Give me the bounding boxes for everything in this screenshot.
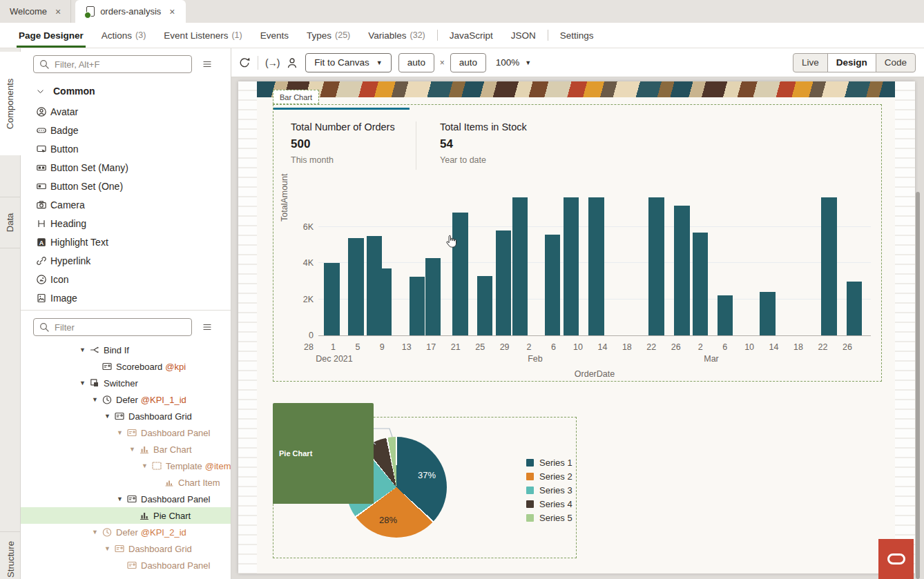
bar bbox=[760, 292, 776, 335]
close-icon[interactable]: × bbox=[55, 6, 61, 17]
tree-item-bind-if[interactable]: ▼Bind If bbox=[21, 342, 231, 358]
tree-item-bar-chart[interactable]: ▼Bar Chart bbox=[21, 441, 231, 458]
x-tick-label: 22 bbox=[641, 342, 662, 352]
tree-item-switcher[interactable]: ▼Switcher bbox=[21, 375, 231, 391]
structure-menu-icon[interactable] bbox=[202, 322, 213, 333]
live-flow-icon[interactable]: (→) bbox=[265, 57, 279, 68]
bar bbox=[648, 197, 664, 335]
nav-tab-json[interactable]: JSON bbox=[502, 23, 545, 48]
tab-welcome[interactable]: Welcome × bbox=[0, 0, 71, 23]
component-item-image[interactable]: Image bbox=[21, 288, 231, 307]
nav-tab-page-designer[interactable]: Page Designer bbox=[10, 23, 93, 48]
tree-item-template[interactable]: ▼Template@item bbox=[21, 458, 231, 474]
design-canvas[interactable]: Bar Chart Total Number of Orders 500 Thi… bbox=[231, 77, 924, 579]
tree-item-dashboard-grid[interactable]: ▼Dashboard Grid bbox=[21, 408, 231, 424]
rail-tab-data[interactable]: Data bbox=[0, 197, 21, 248]
chart-icon bbox=[139, 510, 150, 521]
bar-chart-selection-tag[interactable]: Bar Chart bbox=[273, 90, 319, 104]
component-item-highlight-text[interactable]: AHighlight Text bbox=[21, 233, 231, 251]
expand-arrow-icon[interactable]: ▼ bbox=[104, 545, 114, 552]
refresh-icon[interactable] bbox=[238, 57, 251, 69]
kpi-scoreboard[interactable]: Total Number of Orders 500 This month To… bbox=[291, 121, 541, 170]
mode-button-design[interactable]: Design bbox=[827, 53, 876, 72]
bar-chart-component[interactable]: Total Number of Orders 500 This month To… bbox=[273, 104, 882, 382]
rail-tab-structure[interactable]: Structure bbox=[0, 531, 21, 579]
oracle-assistant-button[interactable] bbox=[878, 539, 914, 579]
kpi-total-orders[interactable]: Total Number of Orders 500 This month bbox=[291, 121, 416, 170]
tree-item-pie-chart[interactable]: Pie Chart bbox=[21, 507, 231, 524]
user-icon[interactable] bbox=[286, 57, 298, 69]
defer-icon bbox=[102, 394, 113, 405]
structure-filter-input[interactable] bbox=[53, 320, 189, 335]
expand-arrow-icon[interactable]: ▼ bbox=[129, 446, 139, 453]
canvas-scrollbar-thumb[interactable] bbox=[916, 192, 920, 579]
tree-item-chart-item[interactable]: Chart Item bbox=[21, 474, 231, 491]
bar bbox=[588, 197, 604, 335]
nav-tab-events[interactable]: Events bbox=[251, 23, 298, 48]
mode-button-code[interactable]: Code bbox=[876, 53, 916, 72]
component-item-badge[interactable]: Badge bbox=[21, 121, 231, 139]
expand-arrow-icon[interactable]: ▼ bbox=[92, 529, 102, 536]
page-header-image[interactable] bbox=[257, 81, 895, 97]
pie-chart-selection-tag[interactable]: Pie Chart bbox=[273, 403, 374, 504]
tree-item-dashboard-grid[interactable]: ▼Dashboard Grid bbox=[21, 540, 231, 557]
tree-item-dashboard-panel[interactable]: ▼Dashboard Panel bbox=[21, 424, 231, 441]
canvas-height-input[interactable] bbox=[450, 53, 486, 72]
kpi-value: 54 bbox=[440, 137, 541, 151]
nav-tab-javascript[interactable]: JavaScript bbox=[441, 23, 502, 48]
caret-down-icon: ▼ bbox=[525, 59, 531, 66]
tab-orders-analysis[interactable]: orders-analysis × bbox=[75, 0, 186, 23]
components-menu-icon[interactable] bbox=[202, 59, 213, 70]
tree-item-defer[interactable]: ▼Defer@KPI_2_id bbox=[21, 524, 231, 540]
nav-tab-types[interactable]: Types(25) bbox=[298, 23, 359, 48]
bar bbox=[477, 276, 492, 335]
close-icon[interactable]: × bbox=[169, 6, 175, 17]
component-item-heading[interactable]: Heading bbox=[21, 214, 231, 233]
tree-item-dashboard-panel[interactable]: ▼Dashboard Panel bbox=[21, 491, 231, 507]
expand-arrow-icon[interactable]: ▼ bbox=[117, 495, 126, 502]
binding-annotation: @kpi bbox=[165, 362, 186, 372]
component-item-button-set-many[interactable]: Button Set (Many) bbox=[21, 158, 231, 177]
bar bbox=[718, 295, 733, 335]
x-tick-label: 14 bbox=[764, 342, 785, 352]
components-filter-input[interactable] bbox=[53, 57, 189, 72]
component-item-camera[interactable]: Camera bbox=[21, 195, 231, 214]
x-tick-label: 14 bbox=[592, 342, 613, 352]
expand-arrow-icon[interactable]: ▼ bbox=[117, 429, 126, 436]
x-tick-label: 2 bbox=[519, 342, 539, 352]
component-item-icon[interactable]: Icon bbox=[21, 270, 231, 288]
expand-arrow-icon[interactable]: ▼ bbox=[104, 413, 114, 420]
expand-arrow-icon[interactable]: ▼ bbox=[79, 346, 89, 353]
image-icon bbox=[36, 293, 47, 304]
component-item-button[interactable]: Button bbox=[21, 139, 231, 158]
tree-item-scoreboard[interactable]: Scoreboard@kpi bbox=[21, 358, 231, 375]
zoom-select[interactable]: 100% ▼ bbox=[493, 57, 534, 68]
visual-builder-window: Welcome × orders-analysis × Page Designe… bbox=[0, 0, 924, 579]
bar bbox=[324, 263, 340, 335]
canvas-width-input[interactable] bbox=[398, 53, 434, 72]
components-section-common[interactable]: Common bbox=[21, 84, 231, 99]
nav-tab-variables[interactable]: Variables(32) bbox=[359, 23, 434, 48]
component-item-button-set-one[interactable]: Button Set (One) bbox=[21, 177, 231, 195]
expand-arrow-icon[interactable]: ▼ bbox=[142, 462, 151, 469]
nav-tab-event-listeners[interactable]: Event Listeners(1) bbox=[155, 23, 251, 48]
expand-arrow-icon[interactable]: ▼ bbox=[79, 380, 89, 386]
rail-tab-components[interactable]: Components bbox=[0, 52, 21, 155]
nav-tab-settings[interactable]: Settings bbox=[551, 23, 603, 48]
kpi-caption: Year to date bbox=[440, 155, 541, 165]
bar bbox=[674, 206, 690, 335]
search-icon bbox=[39, 322, 50, 333]
component-item-avatar[interactable]: Avatar bbox=[21, 102, 231, 121]
structure-filter bbox=[33, 318, 192, 336]
tree-item-defer[interactable]: ▼Defer@KPI_1_id bbox=[21, 391, 231, 408]
tree-item-dashboard-panel[interactable]: Dashboard Panel bbox=[21, 557, 231, 573]
page-artifact-icon bbox=[86, 6, 95, 17]
mode-button-live[interactable]: Live bbox=[793, 53, 828, 72]
nav-tab-actions[interactable]: Actions(3) bbox=[93, 23, 155, 48]
fit-to-canvas-select[interactable]: Fit to Canvas ▼ bbox=[305, 53, 391, 72]
expand-arrow-icon[interactable]: ▼ bbox=[92, 396, 102, 403]
component-item-hyperlink[interactable]: Hyperlink bbox=[21, 251, 231, 270]
kpi-items-in-stock[interactable]: Total Items in Stock 54 Year to date bbox=[430, 121, 541, 170]
month-label: Feb bbox=[508, 354, 563, 364]
oracle-logo-icon bbox=[887, 553, 905, 565]
